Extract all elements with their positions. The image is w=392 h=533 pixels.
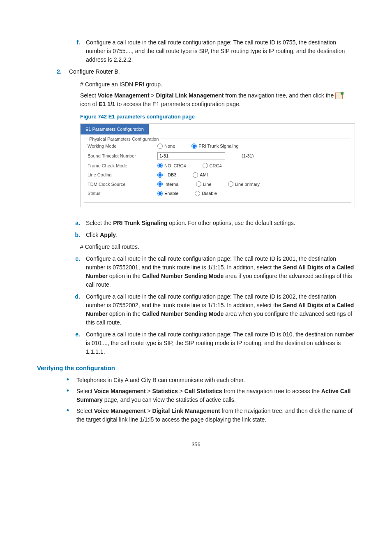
radio-line-primary[interactable]: Line primary [228, 181, 260, 188]
radio-internal[interactable]: Internal [157, 181, 180, 188]
figure-e1-params: E1 Parameters Configuration Physical Par… [80, 123, 355, 207]
step-b: b. Click Apply. [37, 231, 355, 239]
row-tdm-clock: TDM Clock Source Internal Line Line prim… [88, 180, 348, 189]
bound-timeslot-input[interactable] [157, 152, 225, 160]
step-e: e. Configure a call route in the call ro… [37, 330, 355, 356]
row-status: Status Enable Disable [88, 189, 348, 198]
bold: Apply [100, 232, 116, 238]
text: Select the [86, 220, 113, 226]
edit-icon [335, 93, 343, 99]
step-2-body: Configure Router B. [69, 67, 355, 76]
radio-label: Line [203, 181, 212, 188]
bold: Voice Management [94, 388, 146, 394]
text: from the navigation tree to access the [222, 388, 321, 394]
radio-label: CRC4 [210, 162, 222, 169]
bullet-2: • Select Voice Management > Statistics >… [37, 387, 355, 404]
row-bound-timeslot: Bound Timeslot Number (1-31) [88, 151, 348, 161]
radio-label: NO_CRC4 [164, 162, 186, 169]
bold: Voice Management [98, 92, 150, 99]
step-number: 2. [37, 67, 69, 76]
step-letter: a. [37, 219, 86, 227]
row-line-coding: Line Coding HDB3 AMI [88, 170, 348, 180]
bold: Called Number Sending Mode [142, 273, 224, 279]
label: Frame Check Mode [88, 162, 157, 169]
text: from the navigation tree, and then click… [224, 92, 335, 99]
label: Working Mode [88, 143, 157, 150]
radio-line[interactable]: Line [196, 181, 212, 188]
radio-none[interactable]: None [157, 143, 175, 150]
radio-label: Internal [164, 181, 180, 188]
step-d: d. Configure a call route in the call ro… [37, 292, 355, 327]
label: Line Coding [88, 171, 157, 178]
text: to access the E1 parameters configuratio… [115, 101, 241, 107]
step-c: c. Configure a call route in the call ro… [37, 255, 355, 289]
heading-verifying: Verifying the configuration [37, 364, 355, 373]
step-letter: d. [37, 292, 86, 327]
step-a: a. Select the PRI Trunk Signaling option… [37, 219, 355, 227]
step-2-sub1: # Configure an ISDN PRI group. [80, 80, 355, 89]
bold: PRI Trunk Signaling [113, 220, 167, 226]
radio-crc4[interactable]: CRC4 [203, 162, 222, 169]
step-letter: e. [37, 330, 86, 356]
step-letter: b. [37, 231, 86, 239]
text: > [150, 92, 156, 99]
text: option. For other options, use the defau… [167, 220, 295, 226]
step-f-body: Configure a call route in the call route… [86, 38, 355, 64]
radio-disable[interactable]: Disable [195, 190, 217, 197]
text: > [146, 408, 152, 414]
bold: Digital Link Management [156, 92, 224, 99]
bold: Called Number Sending Mode [142, 311, 224, 317]
text: > [178, 388, 184, 394]
row-working-mode: Working Mode None PRI Trunk Signaling [88, 141, 348, 151]
radio-hdb3[interactable]: HDB3 [157, 171, 176, 178]
text: Select [76, 388, 94, 394]
fieldset-legend: Physical Parameters Configuration [88, 136, 160, 143]
step-f: f. Configure a call route in the call ro… [37, 38, 355, 64]
radio-label: Disable [202, 190, 217, 197]
figure-caption: Figure 742 E1 parameters configuration p… [80, 113, 355, 121]
text: page, and you can view the statistics of… [103, 396, 236, 403]
radio-label: HDB3 [164, 171, 176, 178]
text: option in the [108, 311, 142, 317]
bold: Voice Management [94, 408, 146, 414]
bullet-icon: • [37, 376, 76, 385]
label: Bound Timeslot Number [88, 153, 157, 160]
radio-label: AMI [200, 171, 208, 178]
bullet-3: • Select Voice Management > Digital Link… [37, 407, 355, 424]
bullet-1: • Telephones in City A and City B can co… [37, 376, 355, 385]
step-2-sub2: Select Voice Management > Digital Link M… [80, 91, 355, 109]
row-frame-check: Frame Check Mode NO_CRC4 CRC4 [88, 161, 348, 171]
text: . [116, 232, 118, 238]
label: Status [88, 190, 157, 197]
text: > [146, 388, 152, 394]
radio-enable[interactable]: Enable [157, 190, 178, 197]
text: icon of [80, 101, 99, 107]
radio-label: Line primary [235, 181, 260, 188]
text: Select [76, 408, 94, 414]
bullet-icon: • [37, 407, 76, 424]
bold: Digital Link Management [152, 408, 220, 414]
bold: Statistics [152, 388, 178, 394]
step-e-body: Configure a call route in the call route… [86, 330, 355, 356]
step-letter: c. [37, 255, 86, 289]
radio-label: Enable [164, 190, 178, 197]
radio-label: PRI Trunk Signaling [198, 143, 238, 150]
hash-configure-routes: # Configure call routes. [80, 243, 355, 251]
step-2: 2. Configure Router B. [37, 67, 355, 76]
step-letter: f. [37, 38, 86, 64]
radio-no-crc4[interactable]: NO_CRC4 [157, 162, 186, 169]
fieldset-physical: Physical Parameters Configuration Workin… [84, 139, 351, 203]
text: Click [86, 232, 100, 238]
hint: (1-31) [242, 153, 254, 160]
text: Select [80, 92, 98, 99]
bold: Call Statistics [184, 388, 222, 394]
radio-ami[interactable]: AMI [193, 171, 208, 178]
bullet-body: Telephones in City A and City B can comm… [76, 376, 355, 385]
figure-tab[interactable]: E1 Parameters Configuration [81, 124, 149, 135]
label: TDM Clock Source [88, 181, 157, 188]
page-number: 356 [37, 440, 355, 449]
bullet-icon: • [37, 387, 76, 404]
radio-label: None [164, 143, 175, 150]
radio-pri-trunk[interactable]: PRI Trunk Signaling [191, 143, 238, 150]
text: option in the [108, 273, 142, 279]
